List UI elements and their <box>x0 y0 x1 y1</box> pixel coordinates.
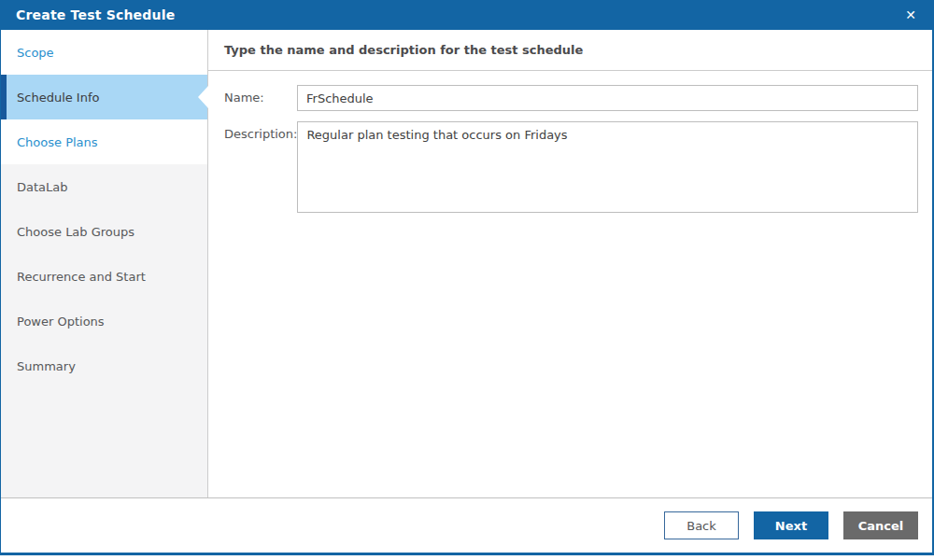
create-test-schedule-dialog: Create Test Schedule ✕ Scope Schedule In… <box>0 0 934 555</box>
sidebar-item-choose-plans[interactable]: Choose Plans <box>1 119 207 164</box>
step-label: DataLab <box>17 180 68 194</box>
name-input[interactable] <box>297 85 918 111</box>
description-row: Description: Regular plan testing that o… <box>224 121 918 213</box>
sidebar-item-schedule-info[interactable]: Schedule Info <box>1 75 207 119</box>
name-row: Name: <box>224 85 918 111</box>
sidebar-item-recurrence-and-start: Recurrence and Start <box>1 254 207 299</box>
dialog-body: Scope Schedule Info Choose Plans DataLab… <box>1 30 932 497</box>
sidebar-item-scope[interactable]: Scope <box>1 30 207 75</box>
schedule-info-form: Name: Description: Regular plan testing … <box>208 71 932 223</box>
dialog-title: Create Test Schedule <box>16 7 175 22</box>
titlebar: Create Test Schedule ✕ <box>1 0 932 30</box>
step-instruction: Type the name and description for the te… <box>208 30 932 71</box>
step-content: Type the name and description for the te… <box>208 30 932 497</box>
sidebar-item-summary: Summary <box>1 343 207 388</box>
step-label: Choose Lab Groups <box>17 225 134 239</box>
step-label: Power Options <box>17 315 105 329</box>
step-label: Schedule Info <box>17 91 99 105</box>
close-icon[interactable]: ✕ <box>899 3 923 27</box>
back-button[interactable]: Back <box>664 511 739 539</box>
description-input[interactable]: Regular plan testing that occurs on Frid… <box>297 121 918 213</box>
description-label: Description: <box>224 121 297 213</box>
sidebar-item-datalab: DataLab <box>1 164 207 209</box>
dialog-footer: Back Next Cancel <box>1 497 932 553</box>
name-label: Name: <box>224 85 297 111</box>
cancel-button[interactable]: Cancel <box>843 511 918 539</box>
step-label: Choose Plans <box>17 135 98 149</box>
step-label: Scope <box>17 46 54 60</box>
next-button[interactable]: Next <box>754 511 828 539</box>
step-label: Summary <box>17 359 76 373</box>
sidebar-item-choose-lab-groups: Choose Lab Groups <box>1 209 207 254</box>
step-label: Recurrence and Start <box>17 270 146 284</box>
wizard-steps-sidebar: Scope Schedule Info Choose Plans DataLab… <box>1 30 208 497</box>
sidebar-item-power-options: Power Options <box>1 299 207 343</box>
